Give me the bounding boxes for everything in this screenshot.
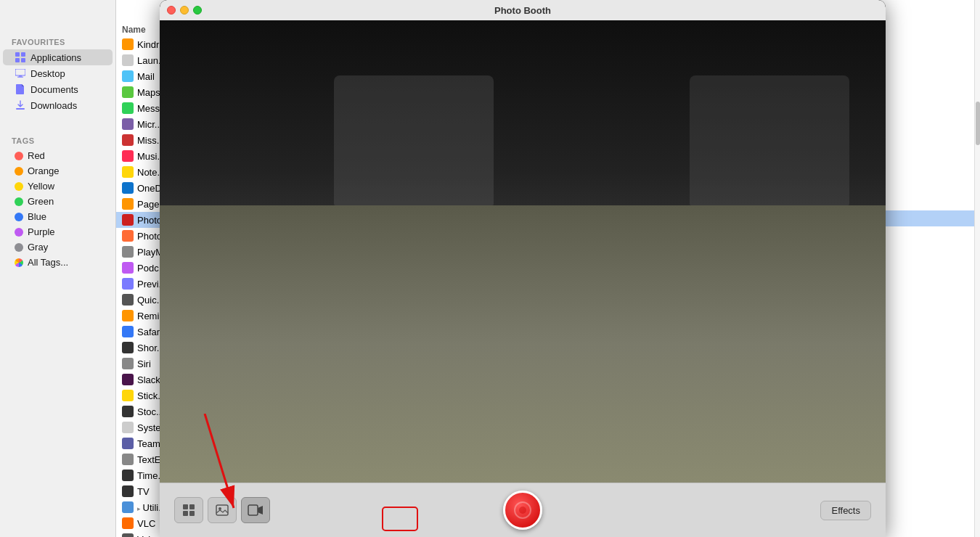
sidebar-item-downloads[interactable]: Downloads — [3, 97, 113, 113]
app-icon-3 — [122, 86, 134, 98]
sidebar-item-tag-green[interactable]: Green — [3, 194, 113, 209]
app-icon-8 — [122, 166, 134, 178]
tag-gray-label: Gray — [28, 242, 48, 253]
tag-purple-dot — [15, 228, 23, 237]
sidebar-item-desktop[interactable]: Desktop — [3, 65, 113, 81]
sidebar-item-tag-red[interactable]: Red — [3, 148, 113, 163]
svg-rect-7 — [16, 108, 25, 110]
tag-all-label: All Tags... — [28, 257, 68, 268]
sidebar-item-documents-label: Documents — [30, 84, 78, 95]
scrollbar-thumb[interactable] — [976, 102, 980, 145]
tag-red-dot — [15, 152, 23, 160]
app-icon-14 — [122, 262, 134, 274]
tag-orange-dot — [15, 167, 23, 176]
sidebar-item-tag-purple[interactable]: Purple — [3, 224, 113, 239]
app-icon-11 — [122, 214, 134, 226]
svg-rect-8 — [183, 504, 188, 509]
tag-all-dot — [15, 258, 23, 267]
app-icon-2 — [122, 70, 134, 82]
svg-rect-10 — [183, 511, 188, 516]
app-icon-22 — [122, 390, 134, 401]
app-icon-4 — [122, 102, 134, 114]
photobooth-titlebar: Photo Booth — [160, 0, 886, 20]
effects-button[interactable]: Effects — [820, 501, 871, 520]
applications-icon — [15, 52, 26, 63]
svg-rect-3 — [21, 58, 25, 62]
photobooth-window: Photo Booth — [160, 0, 886, 537]
app-icon-26 — [122, 454, 134, 465]
toolbar-left-icons — [174, 497, 270, 523]
photobooth-title: Photo Booth — [494, 5, 551, 16]
finder-sidebar: Favourites Applications Desktop — [0, 0, 116, 537]
capture-button[interactable] — [503, 491, 542, 530]
tag-yellow-label: Yellow — [28, 181, 54, 192]
single-photo-icon — [215, 503, 229, 517]
minimize-button[interactable] — [180, 6, 189, 15]
app-icon-28 — [122, 485, 134, 497]
tag-green-label: Green — [28, 196, 54, 207]
svg-rect-6 — [17, 77, 23, 78]
effects-label: Effects — [831, 505, 860, 516]
svg-rect-14 — [248, 505, 258, 515]
video-mode-icon — [248, 504, 264, 517]
sidebar-item-tag-yellow[interactable]: Yellow — [3, 179, 113, 194]
tag-purple-label: Purple — [28, 226, 55, 237]
tag-gray-dot — [15, 243, 23, 252]
favourites-section-label: Favourites — [0, 29, 115, 49]
tag-yellow-dot — [15, 182, 23, 191]
tag-orange-label: Orange — [28, 165, 59, 176]
four-up-button[interactable] — [174, 497, 203, 523]
camera-surface — [160, 205, 886, 483]
app-icon-9 — [122, 182, 134, 194]
app-icon-25 — [122, 438, 134, 449]
app-icon-17 — [122, 310, 134, 321]
app-icon-21 — [122, 374, 134, 385]
maximize-button[interactable] — [193, 6, 202, 15]
camera-viewport — [160, 20, 886, 483]
app-icon-12 — [122, 230, 134, 242]
four-up-icon — [181, 503, 196, 517]
svg-rect-12 — [216, 505, 228, 515]
photobooth-toolbar: Effects — [160, 483, 886, 537]
app-icon-1 — [122, 54, 134, 66]
app-icon-27 — [122, 470, 134, 481]
single-photo-button[interactable] — [208, 497, 237, 523]
desktop-icon — [15, 67, 26, 79]
app-icon-30 — [122, 517, 134, 529]
sidebar-item-all-tags[interactable]: All Tags... — [3, 255, 113, 270]
sidebar-item-desktop-label: Desktop — [30, 68, 65, 79]
app-icon-23 — [122, 406, 134, 417]
app-icon-7 — [122, 150, 134, 162]
sidebar-item-applications-label: Applications — [30, 52, 81, 63]
traffic-lights — [167, 6, 202, 15]
camera-reflection-left — [334, 75, 494, 205]
video-mode-button[interactable] — [241, 497, 270, 523]
svg-rect-4 — [15, 69, 25, 75]
documents-icon — [15, 83, 26, 95]
app-icon-6 — [122, 134, 134, 146]
app-icon-24 — [122, 422, 134, 433]
tag-blue-label: Blue — [28, 211, 46, 222]
downloads-icon — [15, 99, 26, 111]
svg-rect-11 — [189, 511, 195, 516]
sidebar-item-tag-gray[interactable]: Gray — [3, 239, 113, 255]
app-icon-20 — [122, 358, 134, 369]
svg-rect-0 — [15, 52, 20, 57]
sidebar-item-applications[interactable]: Applications — [3, 49, 113, 65]
app-icon-16 — [122, 294, 134, 306]
app-icon-0 — [122, 38, 134, 50]
close-button[interactable] — [167, 6, 176, 15]
svg-rect-1 — [21, 52, 25, 57]
svg-rect-2 — [15, 58, 20, 62]
tag-green-dot — [15, 197, 23, 206]
scrollbar[interactable] — [974, 0, 980, 537]
sidebar-item-tag-orange[interactable]: Orange — [3, 163, 113, 179]
sidebar-item-documents[interactable]: Documents — [3, 81, 113, 97]
sidebar-item-tag-blue[interactable]: Blue — [3, 209, 113, 224]
svg-rect-9 — [189, 504, 195, 509]
svg-rect-5 — [19, 75, 22, 77]
app-icon-29 — [122, 501, 134, 513]
sidebar-item-downloads-label: Downloads — [30, 100, 77, 111]
camera-reflection-right — [690, 75, 849, 205]
app-icon-13 — [122, 246, 134, 258]
